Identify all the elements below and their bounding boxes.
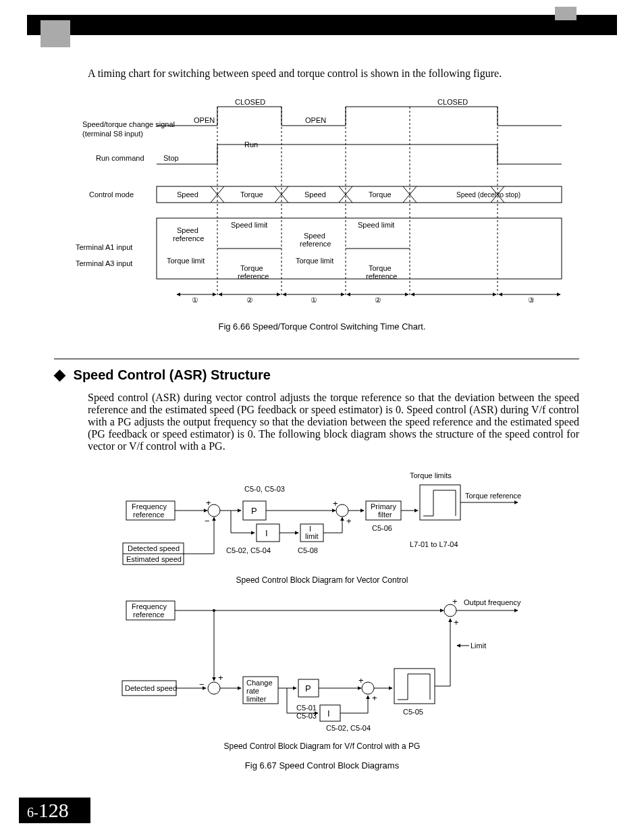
- svg-text:Output frequency: Output frequency: [464, 598, 521, 606]
- svg-text:Control mode: Control mode: [89, 190, 134, 199]
- svg-text:C5-0, C5-03: C5-0, C5-03: [244, 485, 285, 493]
- svg-text:Speed: Speed: [304, 232, 325, 240]
- section-title: ◆ Speed Control (ASR) Structure: [54, 366, 644, 384]
- block-diagram-vf-pg: Frequency reference Detected speed + − C…: [119, 594, 525, 737]
- svg-rect-117: [320, 705, 340, 721]
- svg-text:rate: rate: [246, 687, 259, 695]
- svg-text:Run: Run: [244, 140, 258, 149]
- svg-text:−: −: [199, 679, 205, 689]
- svg-text:Torque limit: Torque limit: [167, 257, 205, 265]
- svg-text:C5-03: C5-03: [296, 712, 317, 720]
- svg-text:Torque reference: Torque reference: [465, 492, 521, 500]
- diag2-subcaption: Speed Control Block Diagram for V/f Cont…: [0, 741, 644, 751]
- svg-text:Speed limit: Speed limit: [358, 221, 394, 229]
- svg-text:I: I: [265, 528, 268, 538]
- svg-text:②: ②: [246, 296, 253, 304]
- svg-text:reference: reference: [133, 610, 164, 619]
- svg-text:reference: reference: [300, 240, 331, 248]
- svg-text:C5-01: C5-01: [296, 704, 317, 712]
- svg-text:−: −: [205, 516, 210, 526]
- svg-text:P: P: [251, 506, 257, 516]
- svg-text:Torque: Torque: [240, 264, 263, 272]
- svg-text:Frequency: Frequency: [132, 502, 167, 511]
- svg-text:Speed: Speed: [177, 226, 198, 234]
- section-rule: [54, 359, 579, 359]
- diag1-subcaption: Speed Control Block Diagram for Vector C…: [0, 575, 644, 585]
- svg-text:Run command: Run command: [96, 154, 144, 162]
- svg-text:Limit: Limit: [471, 642, 486, 650]
- svg-text:+: +: [454, 617, 459, 627]
- chapter-num: 6-: [27, 805, 38, 820]
- svg-text:I: I: [327, 708, 330, 719]
- svg-text:C5-05: C5-05: [403, 708, 423, 716]
- section-title-text: Speed Control (ASR) Structure: [74, 367, 271, 382]
- svg-text:Speed: Speed: [304, 190, 326, 199]
- svg-text:reference: reference: [238, 272, 269, 280]
- svg-text:Torque: Torque: [240, 190, 263, 199]
- diamond-bullet-icon: ◆: [54, 366, 65, 383]
- intro-text: A timing chart for switching between spe…: [88, 68, 579, 80]
- svg-text:Speed (decel to stop): Speed (decel to stop): [456, 191, 520, 199]
- svg-text:+: +: [333, 498, 338, 509]
- top-black-bar: [27, 15, 617, 35]
- svg-text:Terminal A3 input: Terminal A3 input: [76, 259, 132, 267]
- svg-point-84: [336, 504, 348, 517]
- svg-text:filter: filter: [378, 511, 392, 519]
- svg-text:Change: Change: [246, 679, 273, 687]
- page-num-value: 128: [38, 799, 69, 821]
- fig-6-66-caption: Fig 6.66 Speed/Torque Control Switching …: [0, 321, 644, 332]
- svg-text:Speed/torque change signal: Speed/torque change signal: [82, 120, 175, 128]
- svg-text:C5-06: C5-06: [372, 524, 392, 532]
- svg-text:OPEN: OPEN: [194, 116, 215, 124]
- page-number: 6-128: [19, 798, 90, 823]
- svg-text:Frequency: Frequency: [132, 602, 167, 610]
- fig-6-67-caption: Fig 6.67 Speed Control Block Diagrams: [0, 760, 644, 771]
- svg-text:Torque: Torque: [369, 190, 392, 199]
- svg-text:②: ②: [375, 296, 381, 304]
- svg-text:limit: limit: [305, 532, 319, 540]
- svg-text:P: P: [305, 683, 311, 694]
- svg-text:OPEN: OPEN: [305, 116, 326, 124]
- svg-text:C5-02, C5-04: C5-02, C5-04: [226, 546, 271, 554]
- svg-text:CLOSED: CLOSED: [437, 98, 468, 106]
- svg-text:Torque limit: Torque limit: [296, 257, 333, 265]
- svg-text:limiter: limiter: [246, 695, 267, 703]
- svg-text:+: +: [452, 596, 458, 606]
- svg-text:(terminal S8 input): (terminal S8 input): [82, 130, 143, 138]
- svg-text:Torque limits: Torque limits: [410, 471, 452, 479]
- svg-text:reference: reference: [133, 511, 164, 519]
- svg-text:C5-02, C5-04: C5-02, C5-04: [326, 724, 371, 732]
- svg-text:L7-01 to L7-04: L7-01 to L7-04: [410, 540, 458, 548]
- svg-text:+: +: [218, 673, 223, 683]
- svg-text:+: +: [206, 498, 211, 508]
- svg-text:Speed: Speed: [177, 190, 198, 199]
- section-body: Speed control (ASR) during vector contro…: [88, 392, 579, 452]
- svg-point-105: [208, 682, 220, 694]
- svg-text:③: ③: [528, 296, 535, 304]
- svg-text:①: ①: [311, 296, 317, 304]
- svg-text:CLOSED: CLOSED: [235, 98, 265, 106]
- svg-text:Detected speed: Detected speed: [125, 684, 177, 692]
- svg-text:C5-08: C5-08: [298, 546, 318, 554]
- svg-text:+: +: [372, 693, 377, 703]
- svg-text:+: +: [346, 516, 352, 526]
- svg-text:Stop: Stop: [163, 154, 179, 162]
- svg-text:+: +: [358, 675, 364, 685]
- block-diagram-vector: Torque limits C5-0, C5-03 Frequency refe…: [119, 469, 525, 571]
- svg-text:Torque: Torque: [369, 264, 392, 272]
- svg-text:Speed limit: Speed limit: [231, 221, 267, 229]
- svg-text:Detected speed: Detected speed: [128, 544, 180, 552]
- svg-text:reference: reference: [173, 234, 204, 242]
- svg-text:Primary: Primary: [371, 502, 396, 511]
- svg-text:①: ①: [192, 296, 198, 304]
- timing-chart: Speed/torque change signal (terminal S8 …: [76, 93, 568, 312]
- svg-text:Estimated speed: Estimated speed: [126, 555, 182, 563]
- svg-text:Terminal A1 input: Terminal A1 input: [76, 243, 132, 251]
- svg-text:reference: reference: [366, 272, 397, 280]
- svg-rect-76: [257, 524, 279, 542]
- svg-point-101: [213, 609, 215, 612]
